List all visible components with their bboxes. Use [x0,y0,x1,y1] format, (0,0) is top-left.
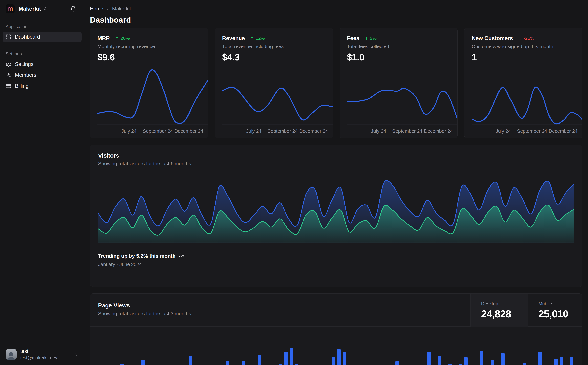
revenue-sparkline-chart [222,67,333,126]
bell-icon[interactable] [70,6,76,12]
arrow-up-icon [364,36,369,40]
main-content: Home Makerkit Dashboard MRR 20% Monthly … [84,0,588,365]
arrow-up-icon [115,36,119,40]
stats-grid: MRR 20% Monthly recurring revenue $9.6 J… [90,28,582,139]
stat-subtitle: Total revenue including fees [222,44,333,49]
user-menu[interactable]: test test@makerkit.dev [3,347,82,362]
gear-icon [6,61,11,67]
sidebar-item-members[interactable]: Members [3,70,82,80]
credit-card-icon [6,83,11,89]
stat-subtitle: Monthly recurring revenue [97,44,208,49]
page-views-card: Page Views Showing total visitors for th… [90,293,582,365]
stat-delta-badge: 20% [115,35,130,41]
page-views-bar-chart [98,331,574,365]
user-name: test [20,348,74,354]
trending-up-icon [179,253,184,259]
stat-card-new-customers: New Customers -25% Customers who signed … [464,28,582,139]
stat-card-fees: Fees 9% Total fees collected $1.0 July 2… [339,28,458,139]
stat-title: Revenue [222,35,245,41]
tab-desktop[interactable]: Desktop 24,828 [470,294,528,327]
stat-card-revenue: Revenue 12% Total revenue including fees… [215,28,333,139]
x-axis-labels: July 24September 24December 24 [97,128,208,136]
section-label-settings: Settings [3,51,82,56]
dashboard-icon [6,34,11,40]
chevrons-up-down-icon[interactable] [43,7,47,11]
trend-text: Trending up by 5.2% this month [98,253,175,259]
stat-value: 1 [472,52,582,63]
x-axis-labels: July 24September 24December 24 [347,128,458,136]
sidebar-item-label: Members [15,72,36,78]
stat-value: $9.6 [97,52,208,63]
stat-delta-badge: 12% [250,35,265,41]
users-icon [6,72,11,78]
avatar [6,349,17,360]
stat-value: $1.0 [347,52,457,63]
visitors-subtitle: Showing total visitors for the last 6 mo… [98,161,574,167]
stat-title: New Customers [472,35,513,41]
visitors-title: Visitors [98,152,574,159]
stat-delta-badge: -25% [518,35,534,41]
x-axis-labels: July 24September 24December 24 [222,128,333,136]
logo-letter: m [7,5,13,12]
stat-delta-badge: 9% [364,35,377,41]
visitors-area-chart [98,177,574,243]
breadcrumb: Home Makerkit [90,6,582,12]
mobile-total: 25,010 [538,308,582,320]
breadcrumb-home[interactable]: Home [90,6,103,12]
breadcrumb-current: Makerkit [112,6,131,12]
sidebar-item-dashboard[interactable]: Dashboard [3,32,82,42]
date-range-label: January - June 2024 [98,262,574,267]
mrr-sparkline-chart [97,67,208,126]
sidebar: m Makerkit Application Dashboard Setting… [0,0,84,365]
stat-card-mrr: MRR 20% Monthly recurring revenue $9.6 J… [90,28,208,139]
sidebar-item-label: Dashboard [15,34,40,40]
stat-title: Fees [347,35,360,41]
stat-subtitle: Customers who signed up this month [472,44,582,49]
user-email: test@makerkit.dev [20,355,74,360]
chevrons-up-down-icon[interactable] [74,352,79,357]
desktop-total: 24,828 [481,308,528,320]
sidebar-item-label: Billing [15,83,29,89]
stat-title: MRR [97,35,110,41]
makerkit-logo[interactable]: m [6,4,14,13]
sidebar-item-settings[interactable]: Settings [3,59,82,69]
chevron-right-icon [106,7,110,11]
tab-mobile[interactable]: Mobile 25,010 [528,294,582,327]
fees-sparkline-chart [347,67,458,126]
arrow-down-icon [518,36,522,40]
section-label-application: Application [3,24,82,29]
workspace-name[interactable]: Makerkit [19,6,41,12]
customers-sparkline-chart [472,67,582,126]
x-axis-labels: July 24September 24December 24 [472,128,582,136]
arrow-up-icon [250,36,254,40]
workspace-row: m Makerkit [3,0,82,13]
sidebar-item-billing[interactable]: Billing [3,81,82,91]
visitors-card: Visitors Showing total visitors for the … [90,145,582,287]
stat-value: $4.3 [222,52,333,63]
sidebar-item-label: Settings [15,61,33,67]
page-title: Dashboard [90,15,582,24]
stat-subtitle: Total fees collected [347,44,457,49]
